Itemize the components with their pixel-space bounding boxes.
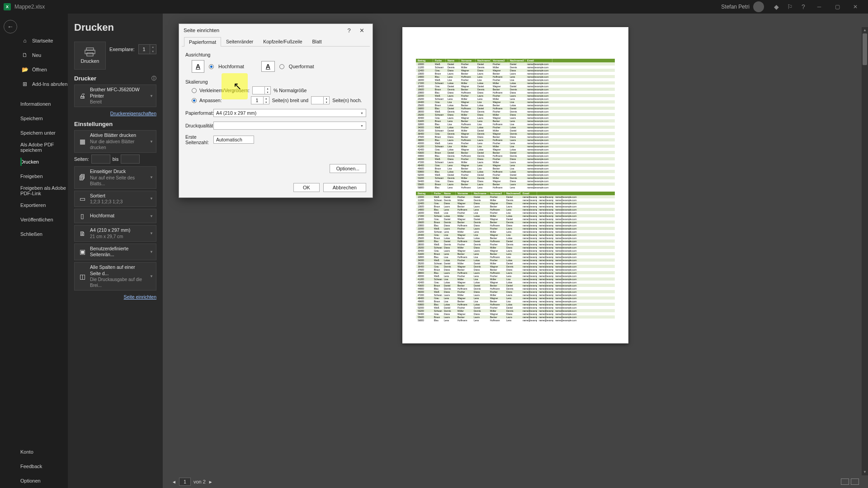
- feature-icon[interactable]: ◆: [769, 3, 783, 10]
- setting-combo-6[interactable]: ◫Alle Spalten auf einer Seite d...Die Dr…: [74, 262, 156, 291]
- close-button[interactable]: ✕: [846, 4, 864, 10]
- printer-select[interactable]: 🖨 Brother MFC-J5620DW PrinterBereit ▼: [74, 84, 156, 107]
- scroll-thumb[interactable]: [863, 33, 867, 65]
- landscape-label: Querformat: [289, 64, 314, 69]
- print-button[interactable]: Drucken: [74, 42, 106, 70]
- spin-up[interactable]: ▲: [150, 45, 156, 49]
- nav-feedback[interactable]: Feedback: [20, 459, 68, 474]
- page-setup-link[interactable]: Seite einrichten: [124, 294, 156, 300]
- portrait-icon: A: [192, 60, 204, 73]
- scroll-up[interactable]: ▲: [862, 27, 868, 33]
- landscape-icon: A: [261, 61, 275, 72]
- next-page-button[interactable]: ►: [208, 479, 213, 484]
- fit-label: Anpassen:: [199, 98, 222, 103]
- printer-icon: [85, 47, 95, 56]
- fit-radio[interactable]: [192, 98, 197, 103]
- titlebar: X Mappe2.xlsx Stefan Petri ◆ ⚐ ? ─ ▢ ✕: [0, 0, 868, 14]
- user-avatar[interactable]: [753, 1, 764, 12]
- setting-combo-5[interactable]: ▣Benutzerdefinierte Seitenrän...▼: [74, 244, 156, 260]
- chevron-down-icon: ▼: [150, 274, 153, 278]
- maximize-button[interactable]: ▢: [828, 4, 846, 10]
- page-number-input[interactable]: [179, 478, 191, 486]
- help-icon[interactable]: ?: [797, 3, 810, 10]
- nav-startseite[interactable]: ⌂Startseite: [20, 33, 68, 48]
- chevron-down-icon: ▼: [150, 94, 153, 98]
- show-margins-button[interactable]: [841, 479, 849, 485]
- fit-wide-spinner[interactable]: ▲▼: [251, 96, 269, 104]
- settings-heading: Einstellungen: [74, 121, 113, 127]
- ok-button[interactable]: OK: [293, 183, 320, 192]
- nav-veröffentlichen[interactable]: Veröffentlichen: [20, 212, 68, 227]
- nav-freigeben-als-adobe-pdf-link[interactable]: Freigeben als Adobe PDF-Link: [20, 183, 68, 198]
- username: Stefan Petri: [721, 4, 750, 10]
- nav-öffnen[interactable]: 📂Öffnen: [20, 62, 68, 77]
- nav-schließen[interactable]: Schließen: [20, 227, 68, 241]
- print-quality-label: Druckqualität:: [185, 123, 213, 128]
- tab-kopfzeilefuzeile[interactable]: Kopfzeile/Fußzeile: [258, 37, 307, 46]
- setting-combo-0[interactable]: ▦Aktive Blätter druckenNur die aktiven B…: [74, 130, 156, 153]
- file-name: Mappe2.xlsx: [14, 4, 45, 10]
- chevron-down-icon: ▼: [150, 250, 153, 254]
- page-setup-dialog: Seite einrichten ? ✕ PapierformatSeitenr…: [179, 23, 373, 198]
- dialog-help-button[interactable]: ?: [343, 27, 355, 34]
- nav-informationen[interactable]: Informationen: [20, 97, 68, 111]
- back-button[interactable]: ←: [4, 20, 17, 33]
- zoom-page-button[interactable]: [851, 479, 859, 485]
- vertical-scrollbar[interactable]: ▲ ▼: [862, 27, 868, 475]
- nav-als-adobe-pdf-speichern[interactable]: Als Adobe PDF speichern: [20, 140, 68, 155]
- setting-combo-4[interactable]: 🗎A4 (210 x 297 mm)21 cm x 29,7 cm▼: [74, 225, 156, 242]
- info-icon[interactable]: ⓘ: [151, 75, 156, 82]
- print-quality-select[interactable]: ▼: [213, 122, 366, 130]
- nav-drucken[interactable]: Drucken: [20, 155, 68, 169]
- adjust-radio[interactable]: [192, 88, 197, 93]
- paper-format-label: Papierformat:: [185, 110, 213, 116]
- portrait-label: Hochformat: [218, 64, 244, 69]
- setting-combo-1[interactable]: 🗐Einseitiger DruckNur auf eine Seite des…: [74, 166, 156, 189]
- first-page-input[interactable]: Automatisch: [213, 136, 254, 144]
- options-button[interactable]: Optionen...: [330, 164, 366, 173]
- copies-label: Exemplare:: [109, 47, 135, 52]
- landscape-radio[interactable]: [279, 64, 284, 69]
- first-page-label: Erste Seitenzahl:: [185, 134, 213, 145]
- chevron-down-icon: ▼: [150, 214, 153, 218]
- printer-status-icon: 🖨: [77, 91, 87, 101]
- copies-spinner[interactable]: ▲▼: [138, 44, 156, 54]
- scale-percent-spinner[interactable]: ▲▼: [252, 86, 271, 94]
- svg-rect-0: [86, 48, 94, 50]
- copies-input[interactable]: [139, 47, 150, 52]
- pages-to-input[interactable]: [121, 155, 140, 164]
- scaling-label: Skalierung: [185, 79, 366, 84]
- chevron-down-icon: ▼: [150, 175, 153, 179]
- paper-format-select[interactable]: A4 (210 x 297 mm)▼: [213, 109, 366, 117]
- adjust-label: Verkleinern/Vergrößern:: [199, 88, 250, 93]
- nav-speichern-unter[interactable]: Speichern unter: [20, 126, 68, 140]
- printer-properties-link[interactable]: Druckereigenschaften: [110, 111, 156, 116]
- scroll-down[interactable]: ▼: [862, 469, 868, 475]
- tab-seitenrnder[interactable]: Seitenränder: [221, 37, 258, 46]
- cancel-button[interactable]: Abbrechen: [323, 183, 366, 192]
- nav-neu[interactable]: 🗋Neu: [20, 48, 68, 62]
- pages-from-input[interactable]: [91, 155, 110, 164]
- tab-blatt[interactable]: Blatt: [307, 37, 327, 46]
- dialog-title: Seite einrichten: [184, 28, 219, 33]
- nav-exportieren[interactable]: Exportieren: [20, 198, 68, 212]
- notification-icon[interactable]: ⚐: [783, 3, 797, 10]
- nav-add-ins abrufen[interactable]: ⊞Add-Ins abrufen: [20, 77, 68, 91]
- dialog-close-button[interactable]: ✕: [355, 27, 368, 34]
- nav-konto[interactable]: Konto: [20, 445, 68, 459]
- fit-tall-spinner[interactable]: ▲▼: [311, 96, 330, 104]
- tab-papierformat[interactable]: Papierformat: [184, 37, 221, 47]
- fit-tall-label: Seite(n) hoch.: [332, 98, 362, 103]
- orientation-label: Ausrichtung: [185, 52, 366, 57]
- excel-icon: X: [4, 3, 11, 10]
- spin-down[interactable]: ▼: [150, 49, 156, 54]
- prev-page-button[interactable]: ◄: [172, 479, 176, 484]
- minimize-button[interactable]: ─: [810, 4, 828, 10]
- nav-freigeben[interactable]: Freigeben: [20, 169, 68, 183]
- setting-combo-2[interactable]: ▭Sortiert1;2;3 1;2;3 1;2;3▼: [74, 191, 156, 207]
- portrait-radio[interactable]: [209, 64, 214, 69]
- nav-optionen[interactable]: Optionen: [20, 474, 68, 488]
- setting-combo-3[interactable]: ▯Hochformat▼: [74, 209, 156, 223]
- pages-label: Seiten:: [74, 156, 89, 162]
- nav-speichern[interactable]: Speichern: [20, 111, 68, 126]
